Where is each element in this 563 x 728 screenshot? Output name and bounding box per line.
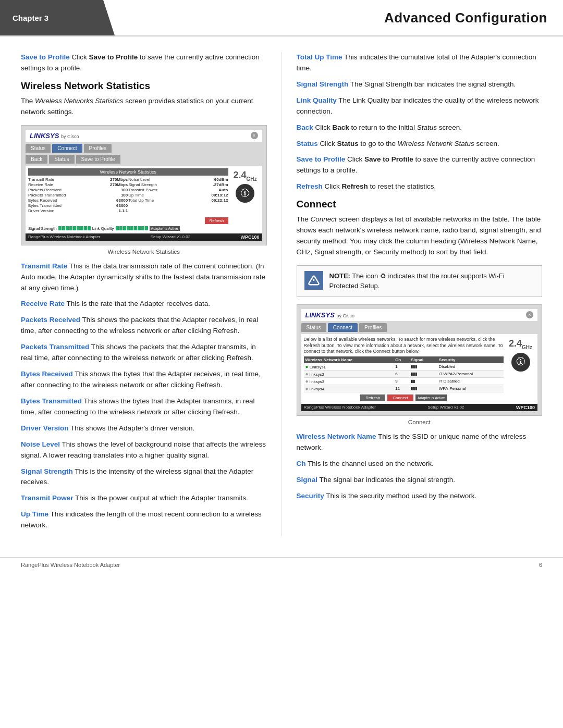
save-profile-para: Save to Profile Click Save to Profile to… bbox=[21, 52, 267, 74]
term-ch: Ch This is the channel used on the netwo… bbox=[297, 459, 543, 470]
page-body: Save to Profile Click Save to Profile to… bbox=[0, 36, 563, 552]
refresh-connect-button[interactable]: Refresh bbox=[360, 394, 385, 401]
wifi-icon: 🛈 bbox=[236, 184, 254, 203]
terms-right-bottom: Wireless Network Name This is the SSID o… bbox=[297, 431, 543, 502]
term-signal-strength-left: Signal Strength This is the intensity of… bbox=[21, 466, 267, 488]
close-icon: × bbox=[251, 132, 258, 139]
connect-table: Wireless Network Name Ch Signal Security… bbox=[304, 356, 504, 392]
signal-blocks bbox=[58, 226, 91, 230]
tab-profiles[interactable]: Profiles bbox=[84, 144, 112, 153]
adapter-active-connect: Adapter is Active bbox=[415, 394, 447, 401]
right-column: Total Up Time This indicates the cumulat… bbox=[282, 52, 543, 536]
chapter-text: Chapter 3 bbox=[13, 14, 48, 22]
refresh-button[interactable]: Refresh bbox=[205, 217, 228, 224]
terms-right-top: Total Up Time This indicates the cumulat… bbox=[297, 52, 543, 192]
footer-adapter-name: RangePlus Wireless Notebook Adapter bbox=[28, 235, 100, 239]
signal-bar-row: Signal Strength Link Quality bbox=[28, 226, 228, 231]
stats-col-2: Noise Level-60dBm Signal Strength-27dBm … bbox=[128, 177, 228, 213]
page-header: Chapter 3 Advanced Configuration bbox=[0, 0, 563, 36]
subtab-back[interactable]: Back bbox=[26, 155, 47, 164]
wifi-icon-connect: 🛈 bbox=[511, 353, 530, 372]
model-badge: WPC100 bbox=[240, 235, 259, 240]
linksys-ui-connect: LINKSYS by Cisco × Status Connect Profil… bbox=[297, 305, 542, 415]
linksys-main: Wireless Network Statistics Transmit Rat… bbox=[28, 168, 228, 231]
linksys-logo-connect: LINKSYS by Cisco bbox=[305, 311, 354, 319]
page-title: Advanced Configuration bbox=[115, 0, 563, 35]
footer-adapter-connect: RangePlus Wireless Notebook Adapter bbox=[304, 405, 376, 410]
col-security[interactable]: Security bbox=[437, 356, 504, 363]
link-quality-label: Link Quality bbox=[92, 226, 114, 231]
linksys-main-connect: Below is a list of available wireless ne… bbox=[304, 337, 504, 401]
linksys-side-connect: 2.4GHz 🛈 bbox=[506, 337, 535, 401]
stats-title: Wireless Network Statistics bbox=[28, 168, 228, 176]
linksys-footer-connect: RangePlus Wireless Notebook Adapter Setu… bbox=[301, 404, 538, 411]
connect-note-text: Below is a list of available wireless ne… bbox=[304, 337, 504, 355]
term-bytes-transmitted: Bytes Transmitted This shows the bytes t… bbox=[21, 396, 267, 418]
tab-connect-connect[interactable]: Connect bbox=[328, 323, 358, 332]
term-refresh: Refresh Click Refresh to reset the stati… bbox=[297, 181, 543, 192]
subtab-save-profile[interactable]: Save to Profile bbox=[76, 155, 120, 164]
term-bytes-received: Bytes Received This shows the bytes that… bbox=[21, 369, 267, 391]
note-text: NOTE: The icon ♻ indicates that the rout… bbox=[329, 271, 535, 291]
connect-intro: The Connect screen displays a list of av… bbox=[297, 214, 543, 258]
col-network-name[interactable]: Wireless Network Name bbox=[304, 356, 394, 363]
terms-list-left: Transmit Rate This is the data transmiss… bbox=[21, 261, 267, 531]
note-icon bbox=[304, 271, 323, 290]
wireless-stats-intro: The Wireless Networks Statistics screen … bbox=[21, 96, 267, 118]
term-noise-level: Noise Level This shows the level of back… bbox=[21, 439, 267, 461]
screenshot-wireless-stats: LINKSYS by Cisco × Status Connect Profil… bbox=[21, 125, 267, 245]
col-ch[interactable]: Ch bbox=[394, 356, 409, 363]
tab-bar: Status Connect Profiles bbox=[26, 144, 262, 153]
connect-button[interactable]: Connect bbox=[387, 394, 413, 401]
term-up-time: Up Time This indicates the length of the… bbox=[21, 509, 267, 531]
table-row: ● linksys4 11 ▮▮▮ WPA-Personal bbox=[304, 385, 504, 392]
wireless-stats-heading: Wireless Network Statistics bbox=[21, 80, 267, 92]
stats-grid: Transmit Rate270Mbps Receive Rate270Mbps… bbox=[28, 177, 228, 213]
tab-profiles-connect[interactable]: Profiles bbox=[359, 323, 387, 332]
close-icon-connect: × bbox=[526, 311, 533, 318]
link-blocks bbox=[116, 226, 148, 230]
term-packets-received: Packets Received This shows the packets … bbox=[21, 315, 267, 337]
subtab-status[interactable]: Status bbox=[49, 155, 74, 164]
col-signal[interactable]: Signal bbox=[409, 356, 437, 363]
chapter-label: Chapter 3 bbox=[0, 0, 115, 35]
footer-wizard-connect: Setup Wizard v1.02 bbox=[427, 405, 464, 410]
stats-screenshot-caption: Wireless Network Statistics bbox=[21, 249, 267, 255]
model-badge-connect: WPC100 bbox=[516, 405, 535, 410]
term-transmit-power: Transmit Power This is the power output … bbox=[21, 493, 267, 504]
term-receive-rate: Receive Rate This is the rate that the A… bbox=[21, 299, 267, 310]
linksys-header-connect: LINKSYS by Cisco × bbox=[301, 309, 538, 321]
linksys-body-connect: Below is a list of available wireless ne… bbox=[301, 334, 538, 404]
screenshot-connect: LINKSYS by Cisco × Status Connect Profil… bbox=[297, 304, 543, 416]
term-back: Back Click Back to return to the initial… bbox=[297, 122, 543, 133]
table-row: ● linksys3 9 ▮▮ iT Disabled bbox=[304, 377, 504, 385]
term-status: Status Click Status to go to the Wireles… bbox=[297, 139, 543, 150]
term-packets-transmitted: Packets Transmitted This shows the packe… bbox=[21, 342, 267, 364]
tab-bar-connect: Status Connect Profiles bbox=[301, 323, 538, 332]
note-box: NOTE: The icon ♻ indicates that the rout… bbox=[297, 265, 543, 297]
left-column: Save to Profile Click Save to Profile to… bbox=[21, 52, 282, 536]
tab-status[interactable]: Status bbox=[26, 144, 51, 153]
linksys-body: Wireless Network Statistics Transmit Rat… bbox=[26, 166, 262, 233]
linksys-footer: RangePlus Wireless Notebook Adapter Setu… bbox=[26, 233, 262, 241]
stats-col-1: Transmit Rate270Mbps Receive Rate270Mbps… bbox=[28, 177, 128, 213]
connect-screenshot-caption: Connect bbox=[297, 419, 543, 425]
save-profile-term: Save to Profile bbox=[21, 53, 70, 61]
signal-label: Signal Strength bbox=[28, 226, 57, 231]
term-total-up-time: Total Up Time This indicates the cumulat… bbox=[297, 52, 543, 74]
table-row: ● linksys2 6 ▮▮▮ iT WPA2-Personal bbox=[304, 370, 504, 377]
term-signal-bottom: Signal The signal bar indicates the sign… bbox=[297, 475, 543, 486]
linksys-logo: LINKSYS by Cisco bbox=[30, 132, 79, 140]
term-driver-version: Driver Version This shows the Adapter's … bbox=[21, 423, 267, 434]
footer-wizard: Setup Wizard v1.0.02 bbox=[151, 235, 190, 239]
linksys-side: 2.4GHz 🛈 bbox=[231, 168, 260, 231]
term-wireless-network-name: Wireless Network Name This is the SSID o… bbox=[297, 431, 543, 453]
footer-page-number: 6 bbox=[539, 562, 542, 568]
tab-connect[interactable]: Connect bbox=[52, 144, 82, 153]
tab-status-connect[interactable]: Status bbox=[301, 323, 326, 332]
table-row: ● Linksys1 1 ▮▮▮ Disabled bbox=[304, 363, 504, 371]
linksys-ui-stats: LINKSYS by Cisco × Status Connect Profil… bbox=[21, 126, 266, 245]
frequency-display: 2.4GHz bbox=[233, 170, 256, 182]
action-buttons: Refresh Connect Adapter is Active bbox=[304, 394, 504, 401]
footer-adapter-label: RangePlus Wireless Notebook Adapter bbox=[21, 562, 120, 568]
